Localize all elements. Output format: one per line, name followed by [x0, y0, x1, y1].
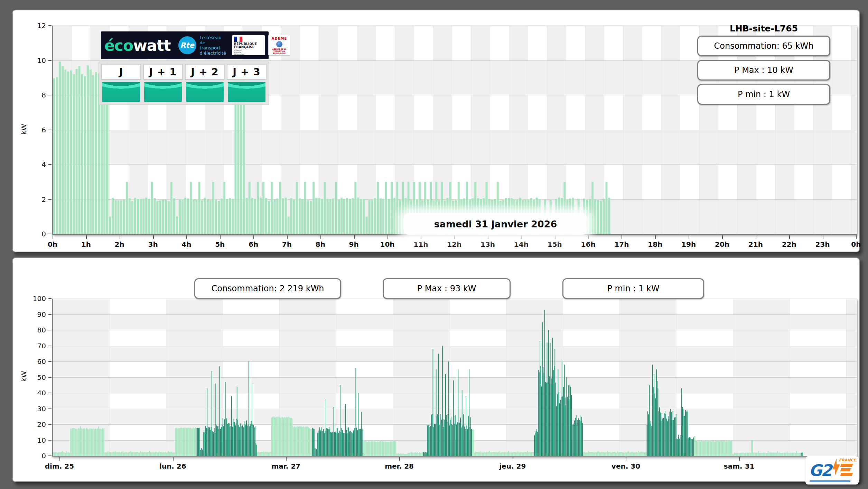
x-tick-mark — [789, 235, 790, 239]
y-tick-mark — [48, 314, 52, 315]
x-tick-mark — [622, 235, 622, 239]
x-tick-mark — [286, 457, 287, 461]
y-tick-mark — [48, 130, 52, 130]
x-tick-label: 6h — [249, 240, 258, 248]
x-tick-label: 7h — [282, 240, 292, 248]
y-axis: 0102030405060708090100 — [27, 299, 51, 456]
x-tick-label: 2h — [115, 240, 124, 248]
x-tick-mark — [120, 235, 120, 239]
y-tick-mark — [48, 60, 52, 61]
ecowatt-day-status-tile-green — [102, 82, 140, 102]
y-tick-label: 90 — [37, 310, 46, 319]
x-axis: 0h1h2h3h4h5h6h7h8h9h10h11h12h13h14h15h16… — [52, 236, 856, 250]
ecowatt-logo: écowatt — [104, 37, 171, 54]
y-tick-label: 4 — [41, 160, 46, 169]
x-tick-mark — [186, 235, 187, 239]
y-tick-mark — [48, 346, 52, 346]
y-tick-label: 8 — [41, 91, 46, 99]
x-tick-label: 20h — [715, 240, 729, 248]
x-tick-mark — [287, 235, 288, 239]
x-tick-label: lun. 26 — [159, 462, 186, 470]
x-tick-label: 11h — [413, 240, 428, 248]
g2e-france-label: FRANCE — [839, 458, 856, 462]
ecowatt-days-widget: JJ + 1J + 2J + 3 — [99, 62, 269, 105]
x-tick-mark — [59, 457, 60, 461]
x-tick-mark — [823, 235, 823, 239]
x-tick-mark — [626, 457, 626, 461]
x-tick-label: 3h — [148, 240, 158, 248]
ademe-logo: ADEME AGENCE DE LA TRANSITION ÉCOLOGIQUE — [268, 35, 290, 56]
weekly-consumption-chart[interactable] — [52, 299, 857, 457]
g2e-tagline — [810, 480, 850, 482]
x-tick-mark — [421, 235, 421, 239]
x-tick-label: 1h — [81, 240, 91, 248]
x-tick-mark — [86, 235, 87, 239]
y-tick-mark — [48, 199, 52, 200]
ecowatt-banner[interactable]: écowatt Rte Le réseau de transport d'éle… — [101, 31, 269, 59]
weekly-pmax-info-box: P Max : 93 kW — [383, 278, 511, 299]
x-tick-label: 0h — [851, 240, 861, 248]
x-tick-mark — [399, 457, 400, 461]
y-tick-label: 80 — [37, 326, 46, 334]
x-tick-label: 10h — [380, 240, 394, 248]
ecowatt-day-cell: J — [101, 64, 141, 103]
daily-pmax-info-box: P Max : 10 kW — [697, 60, 830, 81]
daily-pmin-info-box: P min : 1 kW — [697, 84, 830, 105]
y-tick-label: 6 — [41, 126, 46, 134]
x-tick-label: 9h — [349, 240, 359, 248]
x-tick-mark — [354, 235, 355, 239]
x-tick-mark — [220, 235, 221, 239]
y-tick-mark — [48, 25, 52, 26]
y-tick-mark — [48, 393, 52, 393]
x-tick-label: 12h — [447, 240, 461, 248]
y-tick-mark — [48, 377, 52, 378]
x-tick-label: 22h — [782, 240, 796, 248]
ecowatt-day-status-tile-green — [228, 82, 265, 102]
y-tick-label: 50 — [37, 373, 46, 382]
y-tick-label: 12 — [37, 21, 46, 30]
weekly-pmin-info-box: P min : 1 kW — [562, 278, 704, 299]
x-tick-label: 19h — [681, 240, 696, 248]
y-tick-mark — [48, 361, 52, 362]
daily-consumption-chart[interactable]: écowatt Rte Le réseau de transport d'éle… — [52, 26, 857, 235]
y-tick-mark — [48, 234, 52, 234]
x-tick-label: ven. 30 — [612, 462, 640, 470]
x-tick-mark — [388, 235, 388, 239]
x-tick-mark — [739, 457, 740, 461]
y-tick-mark — [48, 424, 52, 425]
x-tick-mark — [488, 235, 488, 239]
y-tick-label: 70 — [37, 342, 46, 350]
daily-chart-panel: kW 024681012 écowatt Rte Le réseau de tr… — [12, 10, 860, 252]
x-axis: dim. 25lun. 26mar. 27mer. 28jeu. 29ven. … — [52, 458, 856, 472]
ecowatt-day-cell: J + 2 — [185, 64, 225, 103]
weekly-consumption-info-box: Consommation: 2 219 kWh — [194, 278, 341, 299]
y-tick-mark — [48, 408, 52, 409]
x-tick-label: 14h — [514, 240, 529, 248]
x-tick-mark — [320, 235, 321, 239]
x-tick-mark — [454, 235, 455, 239]
republique-francaise-logo: RÉPUBLIQUEFRANÇAISE Liberté Égalité Frat… — [232, 35, 265, 55]
ecowatt-day-label: J — [101, 64, 141, 80]
x-tick-mark — [521, 235, 522, 239]
x-tick-label: mar. 27 — [272, 462, 301, 470]
ecowatt-day-label: J + 3 — [227, 64, 267, 80]
x-tick-label: 18h — [648, 240, 662, 248]
y-tick-label: 2 — [41, 195, 46, 204]
y-tick-label: 0 — [41, 230, 46, 238]
x-tick-mark — [655, 235, 656, 239]
y-tick-mark — [48, 455, 52, 456]
x-tick-label: 4h — [181, 240, 191, 248]
x-tick-mark — [588, 235, 589, 239]
y-tick-label: 100 — [33, 294, 46, 303]
y-tick-mark — [48, 298, 52, 299]
x-tick-label: 5h — [215, 240, 225, 248]
x-tick-label: 17h — [614, 240, 629, 248]
x-tick-label: mer. 28 — [385, 462, 414, 470]
x-tick-label: 15h — [548, 240, 562, 248]
x-tick-mark — [555, 235, 556, 239]
y-tick-mark — [48, 164, 52, 165]
y-tick-label: 40 — [37, 389, 46, 397]
ecowatt-day-status-tile-green — [186, 82, 224, 102]
ecowatt-day-label: J + 1 — [143, 64, 183, 80]
g2e-logo[interactable]: G2 FRANCE — [805, 456, 859, 485]
